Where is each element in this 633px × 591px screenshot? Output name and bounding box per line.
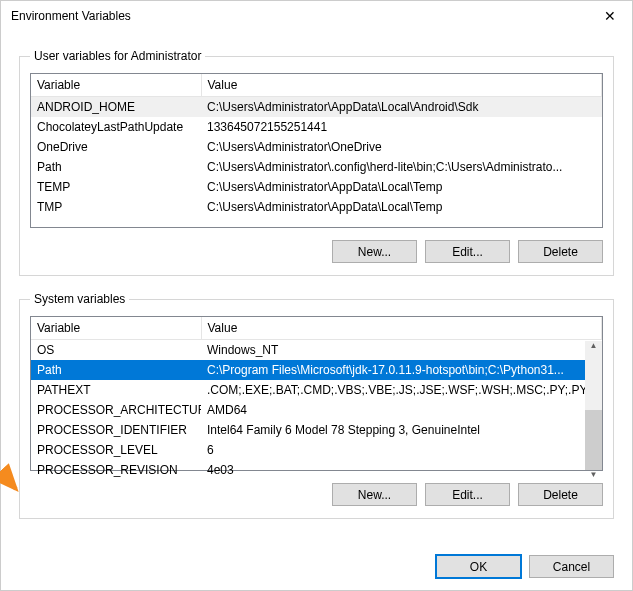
cell-variable: ChocolateyLastPathUpdate — [31, 117, 201, 137]
system-new-button[interactable]: New... — [332, 483, 417, 506]
scroll-down-icon[interactable]: ▼ — [585, 470, 602, 479]
cell-variable: Path — [31, 360, 201, 380]
system-col-value[interactable]: Value — [201, 317, 602, 340]
cell-value: 4e03 — [201, 460, 602, 480]
table-row[interactable]: PROCESSOR_ARCHITECTUREAMD64 — [31, 400, 602, 420]
system-button-row: New... Edit... Delete — [30, 483, 603, 506]
cell-variable: ANDROID_HOME — [31, 97, 201, 118]
dialog-content: User variables for Administrator Variabl… — [1, 31, 632, 545]
cell-value: Windows_NT — [201, 340, 602, 361]
user-variables-group: User variables for Administrator Variabl… — [19, 49, 614, 276]
system-scrollbar[interactable]: ▲ ▼ — [585, 341, 602, 470]
cell-variable: OneDrive — [31, 137, 201, 157]
user-col-value[interactable]: Value — [201, 74, 602, 97]
user-variables-listview[interactable]: Variable Value ANDROID_HOMEC:\Users\Admi… — [30, 73, 603, 228]
table-row[interactable]: OSWindows_NT — [31, 340, 602, 361]
system-variables-table: Variable Value OSWindows_NTPathC:\Progra… — [31, 317, 602, 480]
cell-variable: TEMP — [31, 177, 201, 197]
table-row[interactable]: PROCESSOR_REVISION4e03 — [31, 460, 602, 480]
cell-value: AMD64 — [201, 400, 602, 420]
cell-value: 133645072155251441 — [201, 117, 602, 137]
close-icon: ✕ — [604, 8, 616, 24]
system-delete-button[interactable]: Delete — [518, 483, 603, 506]
user-delete-button[interactable]: Delete — [518, 240, 603, 263]
system-edit-button[interactable]: Edit... — [425, 483, 510, 506]
table-row[interactable]: PROCESSOR_LEVEL6 — [31, 440, 602, 460]
user-variables-legend: User variables for Administrator — [30, 49, 205, 63]
cell-variable: OS — [31, 340, 201, 361]
environment-variables-dialog: Environment Variables ✕ User variables f… — [0, 0, 633, 591]
system-variables-legend: System variables — [30, 292, 129, 306]
user-button-row: New... Edit... Delete — [30, 240, 603, 263]
cell-variable: Path — [31, 157, 201, 177]
system-col-variable[interactable]: Variable — [31, 317, 201, 340]
cell-value: .COM;.EXE;.BAT;.CMD;.VBS;.VBE;.JS;.JSE;.… — [201, 380, 602, 400]
table-row[interactable]: ANDROID_HOMEC:\Users\Administrator\AppDa… — [31, 97, 602, 118]
cell-value: C:\Program Files\Microsoft\jdk-17.0.11.9… — [201, 360, 602, 380]
cell-variable: PROCESSOR_ARCHITECTURE — [31, 400, 201, 420]
user-edit-button[interactable]: Edit... — [425, 240, 510, 263]
cell-value: C:\Users\Administrator\OneDrive — [201, 137, 602, 157]
cell-value: C:\Users\Administrator\AppData\Local\Tem… — [201, 177, 602, 197]
close-button[interactable]: ✕ — [587, 1, 632, 31]
cell-variable: PROCESSOR_LEVEL — [31, 440, 201, 460]
cell-variable: PROCESSOR_REVISION — [31, 460, 201, 480]
system-variables-listview[interactable]: Variable Value OSWindows_NTPathC:\Progra… — [30, 316, 603, 471]
cell-variable: PROCESSOR_IDENTIFIER — [31, 420, 201, 440]
user-col-variable[interactable]: Variable — [31, 74, 201, 97]
user-variables-table: Variable Value ANDROID_HOMEC:\Users\Admi… — [31, 74, 602, 217]
cancel-button[interactable]: Cancel — [529, 555, 614, 578]
scroll-up-icon[interactable]: ▲ — [585, 341, 602, 350]
table-row[interactable]: TMPC:\Users\Administrator\AppData\Local\… — [31, 197, 602, 217]
user-new-button[interactable]: New... — [332, 240, 417, 263]
cell-value: 6 — [201, 440, 602, 460]
ok-button[interactable]: OK — [436, 555, 521, 578]
table-row[interactable]: OneDriveC:\Users\Administrator\OneDrive — [31, 137, 602, 157]
cell-variable: TMP — [31, 197, 201, 217]
table-row[interactable]: TEMPC:\Users\Administrator\AppData\Local… — [31, 177, 602, 197]
window-title: Environment Variables — [11, 9, 587, 23]
cell-value: C:\Users\Administrator\.config\herd-lite… — [201, 157, 602, 177]
table-row[interactable]: PathC:\Program Files\Microsoft\jdk-17.0.… — [31, 360, 602, 380]
scroll-thumb[interactable] — [585, 410, 602, 470]
cell-value: C:\Users\Administrator\AppData\Local\And… — [201, 97, 602, 118]
table-row[interactable]: ChocolateyLastPathUpdate1336450721552514… — [31, 117, 602, 137]
cell-value: Intel64 Family 6 Model 78 Stepping 3, Ge… — [201, 420, 602, 440]
table-row[interactable]: PathC:\Users\Administrator\.config\herd-… — [31, 157, 602, 177]
titlebar: Environment Variables ✕ — [1, 1, 632, 31]
system-variables-group: System variables Variable Value OSWindow… — [19, 292, 614, 519]
cell-variable: PATHEXT — [31, 380, 201, 400]
table-row[interactable]: PROCESSOR_IDENTIFIERIntel64 Family 6 Mod… — [31, 420, 602, 440]
cell-value: C:\Users\Administrator\AppData\Local\Tem… — [201, 197, 602, 217]
table-row[interactable]: PATHEXT.COM;.EXE;.BAT;.CMD;.VBS;.VBE;.JS… — [31, 380, 602, 400]
dialog-footer: OK Cancel — [436, 555, 614, 578]
